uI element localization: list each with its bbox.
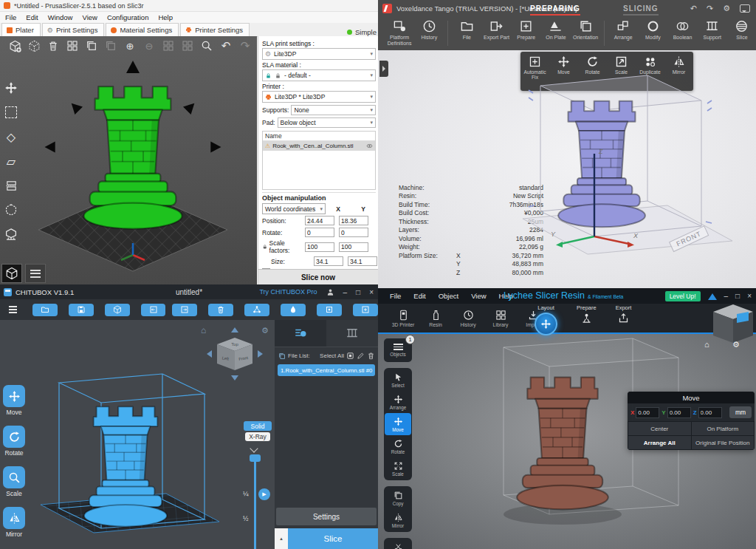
mode-export[interactable]: Export	[616, 304, 632, 324]
mode-prepare[interactable]: Prepare	[577, 304, 597, 324]
minimize-button[interactable]: –	[343, 288, 348, 296]
maximize-button[interactable]: □	[735, 292, 740, 300]
history-button[interactable]: History	[453, 310, 483, 327]
menu-object[interactable]: Object	[439, 292, 458, 300]
mode-selector[interactable]: Simple	[347, 28, 378, 36]
arrange-button[interactable]: Arrange	[609, 19, 637, 41]
layer-slider-handle[interactable]	[250, 454, 261, 462]
rename-icon[interactable]	[357, 352, 365, 360]
gizmo-arrow-left[interactable]	[45, 142, 55, 153]
menu-file[interactable]: File	[390, 292, 401, 300]
menu-edit[interactable]: Edit	[26, 13, 38, 21]
xray-view-button[interactable]: X-Ray	[245, 432, 270, 441]
rook-model[interactable]	[84, 406, 167, 526]
layer-slider-track[interactable]	[254, 457, 256, 549]
menu-help[interactable]: Help	[499, 292, 514, 300]
size-x-input[interactable]	[314, 256, 343, 266]
position-y-input[interactable]	[339, 216, 368, 225]
import-button[interactable]	[141, 304, 166, 316]
scale-tool[interactable]: Scale	[385, 457, 411, 480]
tab-support[interactable]	[326, 320, 378, 347]
solid-view-button[interactable]: Solid	[244, 421, 272, 431]
pad-select[interactable]: Below object ▾	[278, 117, 377, 128]
library-button[interactable]: Library	[486, 310, 515, 327]
center-button[interactable]: Center	[628, 422, 691, 435]
sla-material-select[interactable]: - default - ▾	[262, 69, 376, 81]
tools-button[interactable]: Tools	[385, 539, 411, 549]
dig-hole-button[interactable]	[317, 304, 342, 316]
menu-edit[interactable]: Edit	[413, 292, 425, 300]
size-y-input[interactable]	[348, 256, 377, 266]
file-button[interactable]: File	[453, 19, 481, 41]
export-button[interactable]	[172, 304, 197, 316]
rook-model[interactable]	[558, 101, 645, 228]
prusa-3d-viewport[interactable]: ⊕ ⊖ ↶ ↷ ◇ ▱	[0, 36, 257, 284]
file-list-item[interactable]: 1.Rook_with_Central_Column.stl #0	[278, 364, 375, 376]
select-all-checkbox[interactable]	[346, 352, 354, 360]
slice-button[interactable]: Slice	[288, 528, 378, 549]
rotate-tool[interactable]: Rotate	[385, 435, 411, 457]
slice-expand-strip[interactable]: ▴	[275, 528, 288, 549]
slice-now-button[interactable]: Slice now	[258, 269, 378, 284]
boolean-button[interactable]: Boolean	[668, 19, 696, 41]
chitu-scene[interactable]	[18, 342, 247, 549]
lychee-3d-viewport[interactable]: 1 Objects Select Arrange Move	[378, 334, 756, 549]
account-icon[interactable]	[326, 288, 334, 296]
mode-layout[interactable]: Layout	[535, 304, 557, 335]
rook-model[interactable]	[517, 378, 608, 510]
on-plate-button[interactable]: On Plate	[542, 19, 570, 41]
tab-settings-gear[interactable]	[275, 320, 326, 347]
coordinate-system-select[interactable]: World coordinates ▾	[262, 203, 326, 214]
tab-print-settings[interactable]: ⚙ Print Settings	[42, 23, 105, 36]
export-part-button[interactable]: Export Part	[482, 19, 510, 41]
home-icon[interactable]: ⌂	[201, 325, 206, 335]
unit-mm-button[interactable]: mm	[729, 406, 752, 418]
save-button[interactable]	[69, 304, 94, 316]
notification-triangle-icon[interactable]	[708, 289, 717, 300]
chitu-3d-viewport[interactable]: ⌂ ⚙ Top Left Front Move Rotate	[0, 320, 275, 549]
try-pro-link[interactable]: Try CHITUBOX Pro	[259, 288, 317, 296]
close-button[interactable]: ×	[747, 292, 752, 300]
modify-button[interactable]: Modify	[639, 19, 667, 41]
menu-help[interactable]: Help	[158, 13, 173, 21]
close-button[interactable]: ×	[369, 288, 374, 296]
rook-model[interactable]	[84, 86, 182, 229]
object-list-row[interactable]: ⚠ Rook_with_Cen..al_Column.stl	[263, 141, 375, 151]
support-button[interactable]: Support	[698, 19, 726, 41]
slice-button[interactable]: Slice	[728, 19, 756, 41]
gizmo-arrow-right[interactable]	[210, 142, 221, 153]
chevron-down-icon[interactable]	[250, 444, 258, 452]
move-tool[interactable]: Move	[385, 413, 411, 435]
gizmo-arrow-up[interactable]	[126, 61, 140, 73]
tab-slicing[interactable]: SLICING	[623, 0, 659, 16]
voxel-3d-viewport[interactable]: Automatic Fix Move Rotate Scale Duplicat…	[378, 50, 756, 288]
hollow-button[interactable]	[281, 304, 306, 316]
rotate-tool[interactable]: Rotate	[3, 426, 25, 457]
select-tool[interactable]: Select	[385, 369, 411, 391]
prusa-scene[interactable]	[0, 36, 257, 284]
scale-y-input[interactable]	[339, 242, 368, 252]
y-position-input[interactable]	[667, 407, 691, 418]
merge-button[interactable]	[353, 304, 378, 316]
menu-window[interactable]: Window	[48, 13, 73, 21]
undo-button[interactable]: ↶	[690, 4, 697, 13]
mirror-tool[interactable]: Mirror	[385, 509, 411, 531]
redo-button[interactable]: ↷	[707, 4, 713, 13]
uniform-scale-lock-icon[interactable]	[262, 244, 268, 250]
network-print-button[interactable]	[244, 304, 269, 316]
tab-printer-settings[interactable]: Printer Settings	[180, 23, 250, 36]
scale-x-input[interactable]	[305, 242, 334, 252]
menu-configuration[interactable]: Configuration	[107, 13, 149, 21]
settings-button[interactable]: Settings	[276, 508, 377, 525]
resin-button[interactable]: Resin	[421, 310, 450, 327]
history-button[interactable]: History	[415, 19, 443, 41]
rotate-y-input[interactable]	[339, 228, 368, 237]
tab-material-settings[interactable]: Material Settings	[106, 23, 179, 36]
printer-button[interactable]: 3D Printer	[388, 310, 418, 327]
copy-tool[interactable]: Copy	[385, 487, 411, 509]
tab-plater[interactable]: Plater	[1, 23, 41, 36]
sla-print-settings-select[interactable]: ⚙ Lite3DP ▾	[262, 48, 376, 60]
platform-definitions-button[interactable]: Platform Definitions	[385, 19, 413, 46]
view-cube-icon[interactable]	[1, 264, 22, 283]
voxel-scene[interactable]: FRONT X Y Z	[489, 58, 740, 279]
